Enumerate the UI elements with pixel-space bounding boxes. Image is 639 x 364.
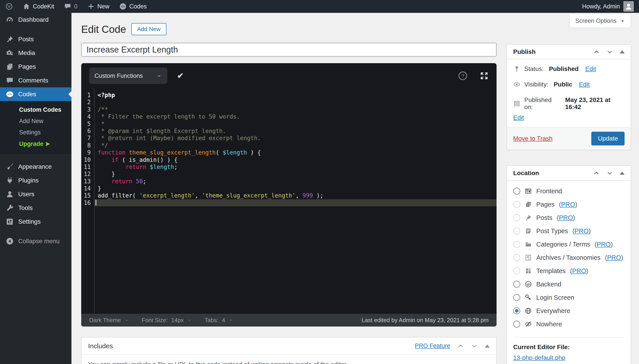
code-line-13[interactable]: 13 return 50; (81, 178, 497, 185)
edit-status-link[interactable]: Edit (585, 66, 596, 72)
toggle-panel-icon[interactable] (485, 344, 490, 348)
submenu-item-custom-codes[interactable]: Custom Codes (0, 104, 72, 116)
sidebar-item-settings[interactable]: Settings (0, 215, 72, 228)
location-radio-pages[interactable] (513, 201, 520, 208)
theme-select[interactable]: Dark Theme (89, 317, 129, 324)
sidebar-item-pages[interactable]: Pages (0, 60, 72, 74)
status-pin-icon (513, 66, 520, 72)
snippet-title-input[interactable] (81, 43, 497, 56)
add-new-button[interactable]: Add New (131, 23, 166, 35)
current-editor-file-link[interactable]: 13-php-default.php (513, 354, 565, 361)
sidebar-item-plugins[interactable]: Plugins (0, 174, 72, 187)
code-line-16[interactable]: 16 (81, 199, 497, 206)
location-option-label: Login Screen (536, 294, 574, 301)
codes-badge-icon: <> (119, 3, 127, 10)
sidebar-item-label: Settings (18, 218, 41, 225)
codes-admin-bar-link[interactable]: <> Codes (119, 3, 147, 10)
submenu-item-settings[interactable]: Settings (0, 127, 72, 138)
pro-link[interactable]: PRO (607, 254, 621, 261)
code-line-content: } (94, 170, 497, 178)
pro-feature-link[interactable]: PRO Feature (415, 342, 450, 349)
font-size-select[interactable]: Font Size: 14px (142, 317, 192, 324)
fullscreen-icon[interactable] (480, 72, 489, 80)
avatar[interactable] (623, 1, 634, 12)
sidebar-item-posts[interactable]: Posts (0, 32, 72, 46)
pro-link[interactable]: PRO (572, 267, 586, 274)
location-radio-nowhere[interactable] (513, 320, 520, 328)
code-area[interactable]: 1<?php23/**4 * Filter the excerpt length… (81, 88, 497, 314)
tabs-select[interactable]: Tabs: 4 (205, 317, 233, 324)
location-radio-login-screen[interactable] (513, 294, 520, 301)
location-radio-post-types[interactable] (513, 228, 520, 234)
edit-published-date-link[interactable]: Edit (513, 114, 524, 121)
help-icon[interactable]: ? (458, 71, 468, 81)
line-number: 6 (81, 128, 94, 134)
screen-options-button[interactable]: Screen Options (569, 14, 631, 28)
sidebar-item-appearance[interactable]: Appearance (0, 160, 72, 174)
location-radio-backend[interactable] (513, 281, 520, 288)
code-line-8[interactable]: 8 */ (81, 142, 497, 149)
pro-link[interactable]: PRO (597, 241, 611, 248)
sidebar-item-codes[interactable]: <>Codes (0, 87, 72, 101)
move-up-icon[interactable] (593, 48, 600, 55)
location-radio-frontend[interactable] (513, 188, 520, 195)
eye-slash-icon (525, 320, 532, 328)
code-line-6[interactable]: 6 * @param int $length Excerpt length. (81, 128, 497, 134)
sidebar-item-label: Codes (18, 91, 36, 98)
code-type-select[interactable]: Custom Functions (89, 68, 167, 84)
code-line-11[interactable]: 11 return $length; (81, 164, 497, 170)
location-radio-posts[interactable] (513, 214, 520, 221)
location-radio-templates[interactable] (513, 267, 520, 274)
code-line-2[interactable]: 2 (81, 99, 497, 106)
site-name-link[interactable]: CodeKit (23, 3, 54, 10)
code-line-1[interactable]: 1<?php (81, 92, 497, 99)
collapse-menu-label: Collapse menu (18, 238, 60, 245)
update-button[interactable]: Update (591, 132, 624, 146)
sidebar-item-tools[interactable]: Tools (0, 201, 72, 215)
move-down-icon[interactable] (471, 343, 478, 349)
code-line-10[interactable]: 10 if ( is_admin() ) { (81, 156, 497, 164)
sidebar-item-label: Dashboard (18, 16, 49, 23)
move-down-icon[interactable] (606, 170, 613, 176)
location-radio-everywhere[interactable] (513, 307, 520, 314)
tools-icon (6, 204, 14, 212)
publish-title: Publish (513, 48, 536, 56)
folder-icon (525, 241, 532, 248)
wordpress-menu[interactable]: W (5, 3, 13, 10)
comments-link[interactable]: 0 (64, 3, 77, 10)
sidebar-item-media[interactable]: Media (0, 46, 72, 60)
sidebar-item-users[interactable]: Users (0, 187, 72, 201)
code-line-5[interactable]: 5 * (81, 120, 497, 128)
code-line-9[interactable]: 9function theme_slug_excerpt_length( $le… (81, 149, 497, 156)
line-number: 7 (81, 134, 94, 142)
toggle-panel-icon[interactable] (620, 172, 624, 175)
menu-separator (0, 26, 72, 32)
published-on-row: Published on: May 23, 2021 at 16:42 (513, 96, 624, 110)
pro-link[interactable]: PRO (559, 214, 573, 221)
move-down-icon[interactable] (606, 48, 613, 55)
sidebar-item-comments[interactable]: Comments (0, 74, 72, 87)
pro-link[interactable]: PRO (561, 201, 575, 208)
code-line-15[interactable]: 15add_filter( 'excerpt_length', 'theme_s… (81, 192, 497, 199)
code-line-14[interactable]: 14} (81, 185, 497, 192)
heading-row: Edit Code Add New (81, 23, 497, 35)
code-line-4[interactable]: 4 * Filter the excerpt length to 50 word… (81, 113, 497, 120)
new-content-link[interactable]: New (87, 3, 109, 10)
code-line-12[interactable]: 12 } (81, 170, 497, 178)
location-radio-archives-taxonomies[interactable] (513, 254, 520, 261)
submenu-item-add-new[interactable]: Add New (0, 116, 72, 127)
code-line-3[interactable]: 3/** (81, 106, 497, 113)
code-line-7[interactable]: 7 * @return int (Maybe) modified excerpt… (81, 134, 497, 142)
pro-link[interactable]: PRO (575, 228, 589, 234)
move-to-trash-link[interactable]: Move to Trash (513, 135, 552, 142)
submenu-item-upgrade[interactable]: Upgrade ➤ (0, 138, 72, 150)
howdy-account-link[interactable]: Howdy, Admin (582, 3, 620, 10)
collapse-menu-button[interactable]: Collapse menu (0, 234, 72, 248)
location-option-categories-terms: Categories / Terms(PRO) (513, 238, 624, 251)
move-up-icon[interactable] (593, 170, 600, 176)
sidebar-item-dashboard[interactable]: Dashboard (0, 13, 72, 26)
toggle-panel-icon[interactable] (620, 50, 624, 54)
location-radio-categories-terms[interactable] (513, 241, 520, 248)
edit-visibility-link[interactable]: Edit (579, 81, 589, 88)
move-up-icon[interactable] (457, 343, 464, 349)
